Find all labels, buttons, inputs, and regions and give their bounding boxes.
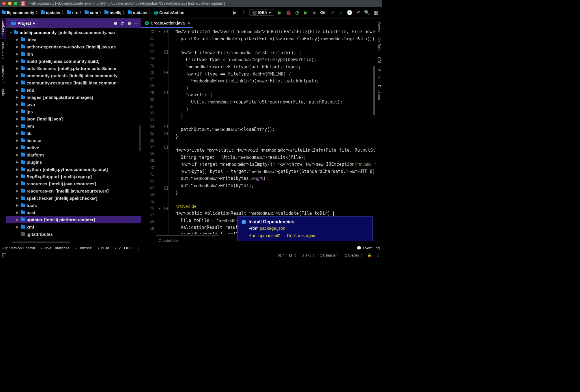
- bottom-tool-button[interactable]: ▪Terminal: [75, 246, 92, 250]
- tree-item[interactable]: ▶license: [6, 137, 141, 144]
- tree-item[interactable]: ▶colorSchemes [intellij.platform.colorSc…: [6, 65, 141, 72]
- vcs-history-icon[interactable]: 🕘: [347, 10, 353, 16]
- stop-icon[interactable]: ■: [312, 10, 317, 16]
- run-icon[interactable]: ▶: [277, 10, 283, 16]
- tree-item[interactable]: .gitattributes: [6, 231, 141, 238]
- fold-toggle[interactable]: −: [164, 91, 168, 94]
- tree-item[interactable]: ▶lib: [6, 130, 141, 137]
- tree-item[interactable]: ▶resources [intellij.java.resources]: [6, 180, 141, 187]
- fold-toggle[interactable]: −: [164, 71, 168, 74]
- run-config-selector[interactable]: IDEA ▾: [249, 10, 274, 16]
- tool-window-button[interactable]: Gradle: [377, 66, 382, 82]
- settings-icon[interactable]: ▦: [373, 10, 379, 16]
- file-encoding[interactable]: UTF-8 ≑: [302, 253, 315, 257]
- breadcrumb-item[interactable]: src: [66, 10, 79, 15]
- hammer-icon[interactable]: ⤴: [241, 10, 246, 16]
- minimize-window-button[interactable]: [8, 2, 12, 5]
- build-icon[interactable]: ▶: [232, 10, 238, 16]
- project-tree[interactable]: ▼intellij-community [intellij.idea.commu…: [6, 28, 141, 244]
- code-content[interactable]: "kw">protected "kw">void "methodItalic">…: [169, 28, 376, 234]
- coverage-icon[interactable]: ◔: [294, 10, 300, 16]
- fold-toggle[interactable]: −: [164, 186, 168, 190]
- gear-icon[interactable]: ⚙: [127, 21, 132, 26]
- breadcrumb-item[interactable]: updater: [40, 10, 61, 15]
- tree-item[interactable]: ▶platform: [6, 151, 141, 159]
- tree-item[interactable]: ▶community-resources [intellij.idea.comm…: [6, 79, 141, 86]
- tree-item[interactable]: ▶bin: [6, 50, 141, 58]
- tree-item[interactable]: ▶edu: [6, 86, 141, 94]
- fold-toggle[interactable]: −: [164, 30, 168, 33]
- vcs-revert-icon[interactable]: ↶: [356, 10, 361, 16]
- vcs-update-icon[interactable]: ✓: [330, 10, 335, 16]
- tree-item[interactable]: ▶aether-dependency-resolver [intellij.ja…: [6, 43, 141, 50]
- tree-root[interactable]: ▼intellij-community [intellij.idea.commu…: [6, 29, 141, 36]
- override-gutter-icon[interactable]: ●: [157, 29, 162, 34]
- tree-item[interactable]: ▶images [intellij.platform.images]: [6, 94, 141, 101]
- breadcrumb-item[interactable]: CCreateAction: [154, 10, 185, 15]
- tree-item[interactable]: ▶jps: [6, 108, 141, 115]
- tree-item[interactable]: ▶uast: [6, 209, 141, 216]
- vcs-commit-icon[interactable]: ✓: [338, 10, 344, 16]
- bottom-tool-button[interactable]: ▪9: Version Control: [2, 246, 35, 250]
- tree-item[interactable]: ▶native: [6, 144, 141, 151]
- project-view-selector[interactable]: Project ▾: [9, 20, 38, 27]
- bottom-tool-button[interactable]: ▪6: TODO: [115, 246, 132, 250]
- tree-item[interactable]: ▶.idea: [6, 36, 141, 43]
- fold-toggle[interactable]: −: [164, 50, 168, 54]
- tree-item[interactable]: ▶RegExpSupport [intellij.regexp]: [6, 173, 141, 180]
- profile-icon[interactable]: ▶: [303, 10, 309, 16]
- maximize-window-button[interactable]: [14, 2, 17, 5]
- hide-icon[interactable]: —: [134, 21, 139, 26]
- tab-close-icon[interactable]: ×: [188, 21, 190, 25]
- breadcrumb-item[interactable]: intellij: [104, 10, 122, 15]
- tool-window-button[interactable]: 2: Favorites: [1, 63, 6, 86]
- dont-ask-again-action[interactable]: Don't ask again: [287, 233, 317, 238]
- tool-window-button[interactable]: Database: [377, 82, 382, 103]
- editor-tab-createaction[interactable]: C CreateAction.java ×: [141, 19, 193, 28]
- run-npm-install-action[interactable]: Run 'npm install': [248, 233, 280, 238]
- indent-status[interactable]: 2 spaces ≑: [345, 253, 363, 257]
- tree-item[interactable]: ▶resources-en [intellij.java.resources.e…: [6, 187, 141, 195]
- fold-toggle[interactable]: −: [164, 132, 168, 135]
- tree-scrollbar[interactable]: [139, 125, 141, 151]
- code-editor[interactable]: 2021222324252627282930313233343536373839…: [141, 28, 376, 234]
- tool-window-button[interactable]: npm: [1, 86, 6, 99]
- tree-horizontal-scrollbar[interactable]: [12, 242, 70, 243]
- tree-item[interactable]: ▶updater [intellij.platform.updater]: [6, 216, 141, 223]
- tool-window-button[interactable]: CDI: [377, 54, 382, 66]
- tree-item[interactable]: ▶xml: [6, 223, 141, 231]
- git-branch[interactable]: Git: master ≑: [320, 253, 340, 257]
- fold-toggle[interactable]: −: [164, 207, 168, 210]
- close-window-button[interactable]: [2, 2, 6, 5]
- hector-icon[interactable]: ☺: [376, 253, 380, 257]
- collapse-icon[interactable]: ⇵: [120, 21, 125, 26]
- breadcrumb-item[interactable]: updater: [127, 10, 148, 15]
- tool-windows-icon[interactable]: [2, 253, 6, 257]
- tool-window-button[interactable]: 7: Structure: [1, 39, 6, 63]
- line-separator[interactable]: LF ≑: [289, 253, 297, 257]
- tree-item[interactable]: ▶build [intellij.idea.community.build]: [6, 58, 141, 65]
- bottom-tool-button[interactable]: ▪Build: [98, 246, 109, 250]
- search-icon[interactable]: 🔍: [364, 10, 370, 16]
- tree-item[interactable]: ▶spellchecker [intellij.spellchecker]: [6, 195, 141, 202]
- tree-item[interactable]: ▶tools: [6, 202, 141, 209]
- tool-window-button[interactable]: Maven: [377, 18, 382, 35]
- override-gutter-icon[interactable]: ●: [157, 206, 162, 211]
- event-log-button[interactable]: 💬 Event Log: [357, 246, 380, 250]
- tree-item[interactable]: ▶java: [6, 101, 141, 108]
- fold-toggle[interactable]: −: [164, 146, 168, 149]
- breadcrumb-item[interactable]: llij-community: [1, 10, 35, 15]
- debug-icon[interactable]: 🐞: [286, 10, 291, 16]
- tool-window-button[interactable]: 1: Project: [1, 18, 6, 39]
- locate-icon[interactable]: ⊕: [113, 21, 118, 26]
- tree-item[interactable]: ▶plugins: [6, 159, 141, 166]
- fold-toggle[interactable]: −: [164, 125, 168, 128]
- tree-item[interactable]: ▶jvm: [6, 122, 141, 130]
- caret-position[interactable]: 61:4: [278, 253, 285, 257]
- readonly-lock-icon[interactable]: 🔓: [367, 253, 372, 257]
- tree-item[interactable]: ▶json [intellij.json]: [6, 115, 141, 122]
- editor-vertical-scrollbar[interactable]: [373, 28, 376, 234]
- tree-item[interactable]: ▶community-guitests [intellij.idea.commu…: [6, 72, 141, 79]
- tree-item[interactable]: ▶python [intellij.python.community.impl]: [6, 166, 141, 173]
- bottom-tool-button[interactable]: ▪Java Enterprise: [41, 246, 70, 250]
